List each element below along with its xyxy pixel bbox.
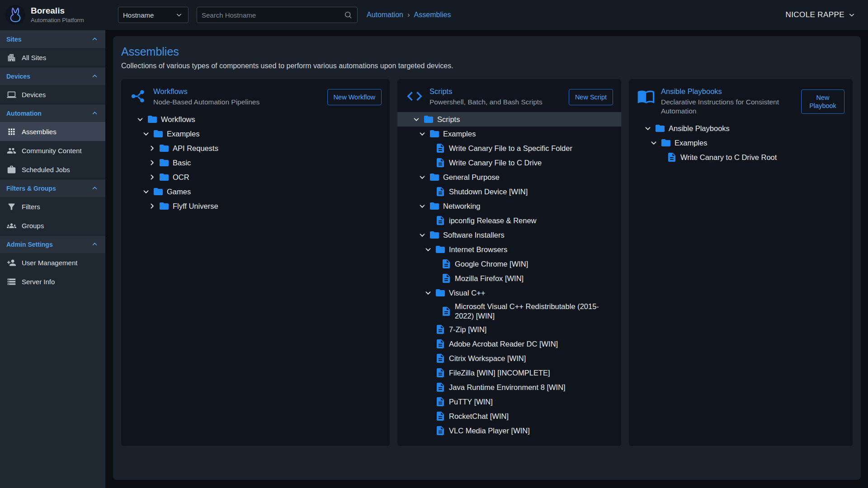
playbooks-panel: Ansible Playbooks Declarative Instructio… [629, 79, 853, 446]
tree-item-rocketchat-win[interactable]: RocketChat [WIN] [397, 409, 621, 423]
tree-item-visual-c[interactable]: Visual C++ [397, 286, 621, 300]
new-script-button[interactable]: New Script [569, 89, 613, 105]
sidebar-item-all-sites[interactable]: All Sites [0, 48, 105, 67]
tree-item-write-canary-file-to-c-drive[interactable]: Write Canary File to C Drive [397, 155, 621, 170]
chevron-down-icon[interactable] [423, 244, 433, 254]
tree-item-google-chrome-win[interactable]: Google Chrome [WIN] [397, 257, 621, 271]
jobs-icon [7, 165, 16, 174]
tree-item-vlc-media-player-win[interactable]: VLC Media Player [WIN] [397, 423, 621, 438]
tree-item-games[interactable]: Games [121, 184, 390, 199]
tree-item-api-requests[interactable]: API Requests [121, 141, 390, 155]
page-description: Collections of various types of componen… [121, 62, 853, 70]
chevron-down-icon[interactable] [649, 138, 659, 148]
tree-item-examples[interactable]: Examples [629, 136, 853, 150]
file-icon [435, 367, 446, 378]
tree-item-adobe-acrobat-reader-dc-win[interactable]: Adobe Acrobat Reader DC [WIN] [397, 337, 621, 351]
tree-item-write-canary-file-to-a-specific-folder[interactable]: Write Canary File to a Specific Folder [397, 141, 621, 155]
breadcrumb-link-automation[interactable]: Automation [367, 11, 403, 19]
sidebar-nav: SitesAll SitesDevicesDevicesAutomationAs… [0, 30, 105, 488]
chevron-right-icon[interactable] [147, 201, 157, 211]
tree-item-mozilla-firefox-win[interactable]: Mozilla Firefox [WIN] [397, 271, 621, 286]
sidebar-item-assemblies[interactable]: Assemblies [0, 122, 105, 141]
tree-item-shutdown-device-win[interactable]: Shutdown Device [WIN] [397, 184, 621, 199]
tree-item-examples[interactable]: Examples [397, 127, 621, 141]
file-icon [435, 382, 446, 393]
user-menu[interactable]: NICOLE RAPPE [786, 10, 856, 19]
app-header: Borealis Automation Platform Hostname Au… [0, 0, 868, 30]
code-icon [406, 87, 424, 105]
tree-item-label: Flyff Universe [173, 200, 218, 213]
chevron-up-icon [90, 184, 99, 192]
chevron-spacer [423, 216, 433, 225]
chevron-right-icon[interactable] [147, 143, 157, 153]
chevron-down-icon[interactable] [417, 129, 427, 139]
file-icon [441, 306, 452, 317]
sidebar-item-groups[interactable]: Groups [0, 216, 105, 235]
new-workflow-button[interactable]: New Workflow [327, 89, 382, 105]
folder-icon [435, 287, 446, 298]
tree-item-write-canary-to-c-drive-root[interactable]: Write Canary to C Drive Root [629, 150, 853, 164]
chevron-down-icon[interactable] [417, 172, 427, 182]
tree-item-networking[interactable]: Networking [397, 199, 621, 213]
tree-item-software-installers[interactable]: Software Installers [397, 228, 621, 242]
chevron-down-icon[interactable] [417, 201, 427, 211]
tree-item-basic[interactable]: Basic [121, 155, 390, 170]
panel-subtitle: Declarative Instructions for Consistent … [661, 98, 795, 116]
sidebar-section-admin-settings[interactable]: Admin Settings [0, 235, 105, 253]
file-icon [441, 273, 452, 284]
chevron-down-icon[interactable] [417, 230, 427, 240]
sidebar-section-filters-groups[interactable]: Filters & Groups [0, 179, 105, 197]
tree-item-label: General Purpose [443, 171, 500, 184]
tree-item-workflows[interactable]: Workflows [121, 112, 390, 127]
brand-text: Borealis Automation Platform [31, 6, 84, 23]
file-icon [435, 411, 446, 422]
server-icon [7, 277, 16, 286]
hostname-select[interactable]: Hostname [118, 7, 189, 23]
tree-item-ocr[interactable]: OCR [121, 170, 390, 184]
tree-item-java-runtime-environment-8-win[interactable]: Java Runtime Environment 8 [WIN] [397, 380, 621, 394]
sidebar-section-sites[interactable]: Sites [0, 30, 105, 48]
tree-item-citrix-workspace-win[interactable]: Citrix Workspace [WIN] [397, 351, 621, 366]
tree-item-examples[interactable]: Examples [121, 127, 390, 141]
folder-icon [435, 244, 446, 255]
breadcrumb: Automation › Assemblies [367, 10, 451, 19]
chevron-down-icon[interactable] [423, 288, 433, 298]
sidebar-section-automation[interactable]: Automation [0, 104, 105, 122]
chevron-right-icon[interactable] [147, 172, 157, 182]
tree-item-flyff-universe[interactable]: Flyff Universe [121, 199, 390, 213]
chevron-spacer [423, 143, 433, 153]
tree-item-general-purpose[interactable]: General Purpose [397, 170, 621, 184]
tree-item-internet-browsers[interactable]: Internet Browsers [397, 242, 621, 257]
folder-icon [159, 201, 170, 211]
tree-item-ansible-playbooks[interactable]: Ansible Playbooks [629, 121, 853, 136]
tree-item-scripts[interactable]: Scripts [397, 112, 621, 127]
sidebar-item-community-content[interactable]: Community Content [0, 141, 105, 160]
tree-item-microsoft-visual-c-redistributable-2015-2022-win[interactable]: Microsoft Visual C++ Redistributable (20… [397, 300, 621, 322]
workflows-panel-titles: Workflows Node-Based Automation Pipeline… [153, 87, 259, 107]
chevron-spacer [429, 273, 439, 283]
scripts-tree: ScriptsExamplesWrite Canary File to a Sp… [397, 112, 621, 438]
chevron-right-icon[interactable] [147, 158, 157, 168]
tree-item-putty-win[interactable]: PuTTY [WIN] [397, 394, 621, 409]
groups-icon [7, 221, 16, 230]
tree-item-label: Adobe Acrobat Reader DC [WIN] [449, 338, 558, 351]
sidebar-item-filters[interactable]: Filters [0, 197, 105, 216]
new-playbook-button[interactable]: New Playbook [801, 89, 844, 114]
chevron-down-icon[interactable] [135, 114, 145, 124]
sidebar-item-scheduled-jobs[interactable]: Scheduled Jobs [0, 160, 105, 179]
chevron-down-icon[interactable] [141, 187, 151, 197]
tree-item-label: Ansible Playbooks [669, 122, 730, 135]
tree-item-filezilla-win-incomplete[interactable]: FileZilla [WIN] [INCOMPLETE] [397, 366, 621, 380]
sidebar-item-devices[interactable]: Devices [0, 85, 105, 104]
sidebar-item-user-management[interactable]: User Management [0, 253, 105, 272]
sidebar-item-server-info[interactable]: Server Info [0, 272, 105, 291]
tree-item-7-zip-win[interactable]: 7-Zip [WIN] [397, 322, 621, 337]
tree-item-ipconfig-release-renew[interactable]: ipconfig Release & Renew [397, 213, 621, 228]
tree-item-label: Visual C++ [449, 286, 485, 300]
sidebar-section-devices[interactable]: Devices [0, 67, 105, 85]
chevron-down-icon[interactable] [643, 123, 653, 133]
chevron-down-icon[interactable] [141, 129, 151, 139]
search-input[interactable] [202, 11, 344, 19]
brand: Borealis Automation Platform [0, 4, 105, 26]
chevron-down-icon[interactable] [411, 114, 421, 124]
